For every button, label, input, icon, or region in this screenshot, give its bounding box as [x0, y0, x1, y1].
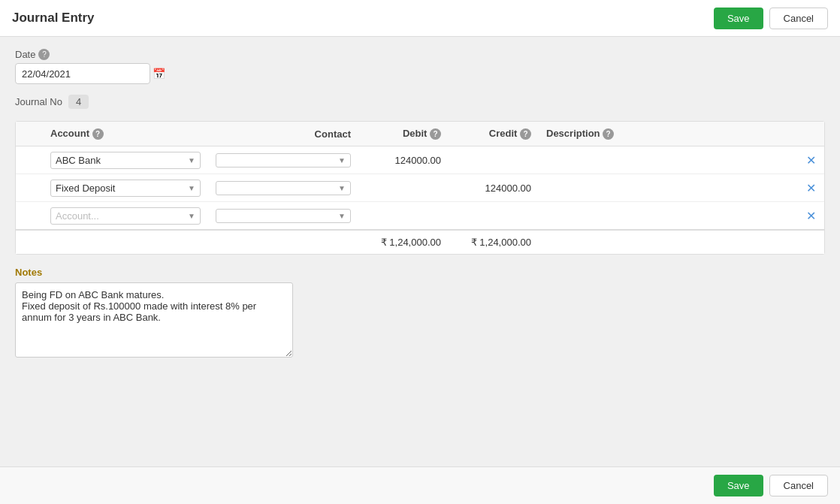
notes-section: Notes Being FD on ABC Bank matures. Fixe… — [15, 267, 825, 360]
col-header-account: Account ? — [43, 122, 208, 146]
notes-label: Notes — [15, 267, 825, 278]
row3-credit-empty[interactable] — [456, 207, 531, 225]
page-header: Journal Entry Save Cancel — [0, 0, 840, 37]
row1-contact-chevron: ▼ — [338, 156, 346, 164]
row1-description-cell — [539, 146, 797, 174]
row2-description-cell — [539, 174, 797, 202]
date-label: Date ? — [15, 49, 825, 60]
row2-credit-value[interactable]: 124000.00 — [456, 183, 531, 194]
journal-no-label: Journal No — [15, 96, 62, 107]
cancel-button-bottom[interactable]: Cancel — [769, 475, 828, 496]
col-header-contact: Contact — [208, 122, 358, 146]
page-title: Journal Entry — [12, 11, 95, 26]
table-row: Fixed Deposit ▼ ▼ 124000.00 — [16, 174, 824, 202]
row2-debit-empty[interactable] — [366, 179, 441, 197]
row3-description-value[interactable] — [546, 207, 790, 225]
row1-account-select[interactable]: ABC Bank ▼ — [50, 152, 201, 169]
row2-account-chevron: ▼ — [188, 184, 195, 192]
total-credit: ₹ 1,24,000.00 — [449, 230, 539, 254]
total-debit: ₹ 1,24,000.00 — [358, 230, 449, 254]
row1-delete-cell: ✕ — [797, 146, 824, 174]
header-actions: Save Cancel — [714, 8, 828, 29]
row3-account-select[interactable]: Account... ▼ — [50, 207, 201, 225]
row1-checkbox — [16, 146, 43, 174]
table-row: ABC Bank ▼ ▼ 124000.00 — [16, 146, 824, 174]
save-button-bottom[interactable]: Save — [714, 475, 763, 496]
journal-table: Account ? Contact Debit ? Credit ? Descr… — [16, 122, 824, 254]
notes-textarea[interactable]: Being FD on ABC Bank matures. Fixed depo… — [15, 282, 293, 358]
row3-description-cell — [539, 202, 797, 231]
row2-description-value[interactable] — [546, 179, 790, 197]
row3-debit-cell — [358, 202, 449, 231]
page-content: Date ? 📅 Journal No 4 Account ? Contact … — [0, 37, 840, 372]
row2-account-select[interactable]: Fixed Deposit ▼ — [50, 180, 201, 197]
row2-credit-cell: 124000.00 — [449, 174, 539, 202]
row2-contact-select[interactable]: ▼ — [216, 181, 351, 195]
row3-account-value: Account... — [56, 210, 185, 222]
save-button-top[interactable]: Save — [714, 8, 763, 29]
row3-account-cell: Account... ▼ — [43, 202, 208, 231]
row2-account-value: Fixed Deposit — [56, 183, 185, 194]
row3-checkbox — [16, 202, 43, 231]
row1-credit-empty[interactable] — [456, 151, 531, 169]
row3-credit-cell — [449, 202, 539, 231]
credit-help-icon[interactable]: ? — [520, 128, 531, 140]
row3-account-chevron: ▼ — [188, 212, 195, 220]
row3-contact-chevron: ▼ — [338, 212, 346, 220]
totals-spacer — [16, 230, 358, 254]
description-help-icon[interactable]: ? — [603, 128, 614, 140]
row1-debit-cell: 124000.00 — [358, 146, 449, 174]
row1-credit-cell — [449, 146, 539, 174]
row1-account-chevron: ▼ — [188, 156, 195, 164]
col-header-description: Description ? — [539, 122, 797, 146]
row2-debit-cell — [358, 174, 449, 202]
row3-contact-cell: ▼ — [208, 202, 358, 231]
date-input[interactable] — [22, 68, 148, 80]
row2-delete-button[interactable]: ✕ — [806, 181, 816, 195]
journal-no-badge: 4 — [68, 95, 89, 109]
col-header-delete — [797, 122, 824, 146]
row1-delete-button[interactable]: ✕ — [806, 153, 816, 167]
page-footer: Save Cancel — [0, 466, 840, 504]
row1-account-value: ABC Bank — [56, 155, 185, 166]
journal-table-section: Account ? Contact Debit ? Credit ? Descr… — [15, 121, 825, 255]
date-field: 📅 — [15, 63, 150, 84]
col-header-credit: Credit ? — [449, 122, 539, 146]
journal-no-row: Journal No 4 — [15, 95, 825, 109]
row3-debit-empty[interactable] — [366, 207, 441, 225]
col-header-debit: Debit ? — [358, 122, 449, 146]
account-help-icon[interactable]: ? — [92, 128, 104, 140]
table-header-row: Account ? Contact Debit ? Credit ? Descr… — [16, 122, 824, 146]
cancel-button-top[interactable]: Cancel — [769, 8, 828, 29]
date-help-icon[interactable]: ? — [38, 49, 50, 60]
row2-delete-cell: ✕ — [797, 174, 824, 202]
row1-debit-value[interactable]: 124000.00 — [366, 155, 441, 166]
table-row: Account... ▼ ▼ — [16, 202, 824, 231]
row1-account-cell: ABC Bank ▼ — [43, 146, 208, 174]
row2-account-cell: Fixed Deposit ▼ — [43, 174, 208, 202]
col-header-checkbox — [16, 122, 43, 146]
row3-delete-button[interactable]: ✕ — [806, 209, 816, 223]
row1-contact-cell: ▼ — [208, 146, 358, 174]
totals-row: ₹ 1,24,000.00 ₹ 1,24,000.00 — [16, 230, 824, 254]
calendar-icon[interactable]: 📅 — [153, 68, 165, 80]
row2-checkbox — [16, 174, 43, 202]
row2-contact-chevron: ▼ — [338, 184, 346, 192]
row1-contact-select[interactable]: ▼ — [216, 153, 351, 167]
totals-spacer-right — [539, 230, 824, 254]
row3-delete-cell: ✕ — [797, 202, 824, 231]
row3-contact-select[interactable]: ▼ — [216, 209, 351, 223]
row2-contact-cell: ▼ — [208, 174, 358, 202]
row1-description-value[interactable] — [546, 151, 790, 169]
debit-help-icon[interactable]: ? — [430, 128, 441, 140]
